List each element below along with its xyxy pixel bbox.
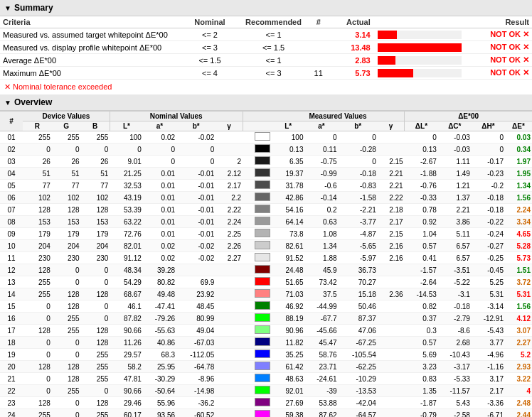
row-a-meas: 1.34: [304, 240, 338, 252]
row-b-nom: 48.45: [176, 300, 216, 313]
row-b-meas: -2.21: [339, 204, 378, 216]
swatch-box: [255, 301, 270, 310]
row-g: 77: [52, 180, 81, 192]
row-de: 4.12: [505, 313, 532, 325]
row-b-meas: -62.25: [339, 361, 378, 373]
row-r: 0: [23, 143, 52, 156]
row-swatch-cell: [243, 204, 272, 216]
summary-bar-cell: [375, 67, 464, 80]
row-l-nom: 46.1: [110, 300, 143, 313]
row-gam-nom: [216, 397, 243, 409]
overview-triangle: ▼: [4, 99, 11, 107]
row-g: 230: [52, 252, 81, 264]
row-num: 15: [0, 300, 23, 313]
row-r: 0: [23, 300, 52, 313]
row-g: 179: [52, 228, 81, 240]
bar-fill: [378, 43, 462, 52]
row-b: 204: [81, 240, 110, 252]
row-l-meas: 6.35: [272, 156, 305, 168]
row-dc: -5.22: [438, 276, 472, 288]
row-de: 5.31: [505, 288, 532, 300]
row-r: 0: [23, 337, 52, 349]
row-l-meas: 42.86: [272, 192, 305, 204]
summary-nominal: <= 3: [180, 41, 240, 54]
row-b: 0: [81, 300, 110, 313]
row-swatch-cell: [243, 180, 272, 192]
row-de: 3.22: [505, 373, 532, 385]
row-dc: -3.1: [438, 288, 472, 300]
row-dl: 3.23: [405, 361, 438, 373]
row-b-meas: -10.29: [339, 373, 378, 385]
swatch-box: [255, 168, 270, 177]
row-dh: 0: [472, 131, 505, 143]
row-gam-nom: 2.24: [216, 216, 243, 228]
row-dc: -2.79: [438, 313, 472, 325]
row-b: 77: [81, 180, 110, 192]
overview-row: 12 128 0 0 48.34 39.28 24.48 45.9 36.73 …: [0, 264, 532, 276]
row-b-meas: -5.97: [339, 252, 378, 264]
row-a-nom: 0.01: [143, 216, 176, 228]
row-r: 128: [23, 204, 52, 216]
row-b-meas: -1.58: [339, 192, 378, 204]
row-b-meas: -64.57: [339, 409, 378, 418]
row-l-meas: 91.52: [272, 252, 305, 264]
row-a-meas: -39: [304, 385, 338, 397]
row-gam-nom: 2.22: [216, 204, 243, 216]
row-dl: 5.69: [405, 349, 438, 361]
row-de: 2.24: [505, 204, 532, 216]
row-l-nom: 54.29: [110, 276, 143, 288]
row-b-nom: [176, 264, 216, 276]
row-dc: 2.21: [438, 204, 472, 216]
row-dl: 1.35: [405, 385, 438, 397]
row-b-meas: -5.65: [339, 240, 378, 252]
swatch-box: [255, 313, 270, 322]
row-dh: -0.23: [472, 168, 505, 180]
row-de: 0.03: [505, 131, 532, 143]
row-swatch-cell: [243, 385, 272, 397]
row-dl: -1.88: [405, 168, 438, 180]
row-a-meas: 0.2: [304, 204, 338, 216]
row-gam-nom: 2: [216, 156, 243, 168]
row-swatch-cell: [243, 409, 272, 418]
row-l-nom: 91.12: [110, 252, 143, 264]
row-a-meas: -0.99: [304, 168, 338, 180]
row-a-meas: 0.11: [304, 143, 338, 156]
row-gam-nom: [216, 131, 243, 143]
swatch-box: [255, 362, 270, 370]
row-l-nom: 68.67: [110, 288, 143, 300]
row-dc: -8.6: [438, 325, 472, 337]
row-b-meas: -13.53: [339, 385, 378, 397]
row-dc: 6.57: [438, 252, 472, 264]
swatch-box: [255, 156, 270, 165]
row-b-nom: -0.02: [176, 252, 216, 264]
row-a-nom: 39.28: [143, 264, 176, 276]
row-b: 128: [81, 337, 110, 349]
row-a-nom: 0.01: [143, 180, 176, 192]
row-swatch-cell: [243, 131, 272, 143]
row-b-meas: -4.87: [339, 228, 378, 240]
bar-container: [378, 43, 462, 52]
row-num: 12: [0, 264, 23, 276]
row-b-nom: -67.03: [176, 337, 216, 349]
row-dh: -12.91: [472, 313, 505, 325]
row-b-meas: -0.83: [339, 180, 378, 192]
row-a-meas: -24.61: [304, 373, 338, 385]
row-a-nom: 68.3: [143, 349, 176, 361]
row-num: 02: [0, 143, 23, 156]
overview-row: 19 0 0 255 29.57 68.3 -112.05 35.25 58.7…: [0, 349, 532, 361]
row-b-nom: -64.78: [176, 361, 216, 373]
header-hash: #: [307, 16, 330, 28]
row-a-nom: -50.64: [143, 385, 176, 397]
col-num-header: #: [0, 112, 23, 131]
col-gam-meas: γ: [378, 121, 405, 131]
summary-triangle: ▼: [4, 4, 11, 12]
overview-row: 05 77 77 77 32.53 0.01 -0.01 2.17 31.78 …: [0, 180, 532, 192]
row-l-meas: 51.65: [272, 276, 305, 288]
row-g: 26: [52, 156, 81, 168]
row-r: 51: [23, 168, 52, 180]
overview-row: 07 128 128 128 53.39 0.01 -0.01 2.22 54.…: [0, 204, 532, 216]
row-b-meas: 36.73: [339, 264, 378, 276]
row-b-nom: 69.9: [176, 276, 216, 288]
summary-nominal: <= 1.5: [180, 54, 240, 67]
row-dl: 0.57: [405, 337, 438, 349]
